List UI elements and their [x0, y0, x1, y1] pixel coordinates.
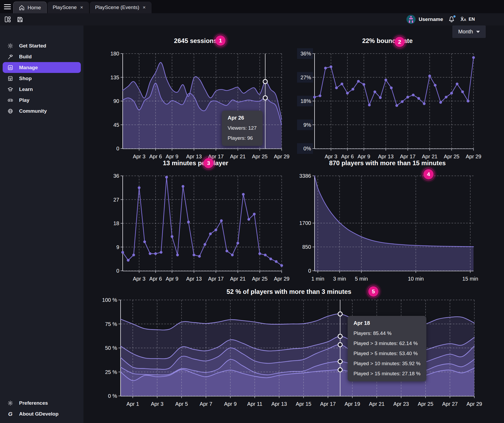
- language-label: EN: [468, 17, 475, 22]
- svg-text:Apr 13: Apr 13: [271, 401, 287, 407]
- svg-text:9%: 9%: [303, 122, 311, 128]
- svg-text:Apr 25: Apr 25: [418, 401, 433, 407]
- svg-text:0: 0: [308, 268, 311, 274]
- svg-text:50 %: 50 %: [105, 345, 117, 351]
- notifications-bell-icon[interactable]: [448, 15, 456, 23]
- panels-layout-icon[interactable]: [4, 15, 12, 23]
- svg-text:3 min: 3 min: [333, 276, 346, 282]
- save-icon[interactable]: [16, 15, 24, 23]
- sidebar-item-about[interactable]: G About GDevelop: [3, 408, 81, 419]
- globe-icon: [7, 108, 14, 114]
- svg-text:36%: 36%: [300, 51, 311, 56]
- tooltip-lines: Players: 85.44 %Played > 3 minutes: 62.1…: [353, 330, 421, 377]
- svg-text:9: 9: [116, 244, 119, 250]
- svg-text:Apr 15: Apr 15: [296, 401, 311, 407]
- svg-text:Apr 6: Apr 6: [149, 154, 162, 159]
- close-icon[interactable]: ×: [142, 5, 146, 10]
- hammer-icon: [7, 54, 14, 60]
- sidebar-item-manage[interactable]: Manage: [3, 62, 81, 73]
- svg-text:Apr 25: Apr 25: [252, 154, 268, 159]
- svg-text:Apr 11: Apr 11: [247, 401, 262, 407]
- svg-text:Apr 3: Apr 3: [151, 401, 163, 407]
- svg-text:Apr 6: Apr 6: [341, 154, 354, 159]
- language-button[interactable]: X̄A EN: [461, 17, 475, 22]
- svg-text:Apr 17: Apr 17: [400, 154, 415, 159]
- home-icon: [19, 5, 25, 11]
- svg-text:3386: 3386: [299, 173, 311, 179]
- sidebar-item-play[interactable]: Play: [3, 95, 81, 106]
- svg-text:15 min: 15 min: [462, 276, 478, 282]
- sidebar-item-get-started[interactable]: Get Started: [3, 40, 81, 51]
- sidebar-item-preferences[interactable]: Preferences: [3, 398, 81, 408]
- svg-text:0: 0: [116, 268, 119, 274]
- bounce-rate-chart-title: 22% bounce rate: [296, 37, 479, 45]
- gear-icon: [7, 400, 14, 406]
- svg-text:18%: 18%: [300, 98, 311, 104]
- tab-playscene-events[interactable]: PlayScene (Events) ×: [90, 2, 152, 13]
- sessions-chart-title: 2645 sessions: [104, 37, 287, 45]
- account-button[interactable]: Username: [406, 15, 443, 24]
- translate-icon: X̄A: [461, 17, 466, 22]
- tab-home[interactable]: Home: [13, 2, 47, 13]
- tab-playscene[interactable]: PlayScene ×: [47, 2, 89, 13]
- svg-text:Apr 9: Apr 9: [357, 154, 370, 159]
- bounce-rate-chart[interactable]: 0%9%18%27%36%Apr 3Apr 6Apr 9Apr 13Apr 17…: [296, 51, 479, 162]
- tooltip-lines: Viewers: 127Players: 96: [228, 125, 257, 141]
- svg-text:Apr 27: Apr 27: [442, 401, 458, 407]
- svg-text:Apr 1: Apr 1: [126, 401, 139, 407]
- svg-text:18: 18: [113, 220, 119, 226]
- step-badge-4: 4: [423, 169, 434, 179]
- svg-text:1 min: 1 min: [311, 276, 324, 282]
- svg-text:Apr 29: Apr 29: [274, 276, 290, 282]
- retention-chart[interactable]: 0850170033861 min3 min5 min10 min15 min: [296, 173, 479, 285]
- svg-text:Apr 5: Apr 5: [175, 401, 188, 407]
- close-icon[interactable]: ×: [80, 5, 84, 10]
- svg-text:Apr 9: Apr 9: [224, 401, 237, 407]
- sidebar-item-community[interactable]: Community: [3, 106, 81, 116]
- svg-text:27%: 27%: [300, 75, 311, 80]
- svg-text:Apr 9: Apr 9: [166, 154, 178, 159]
- svg-text:1700: 1700: [299, 220, 311, 226]
- sun-icon: [7, 43, 14, 49]
- step-badge-2: 2: [395, 37, 405, 47]
- sidebar-item-label: Manage: [19, 65, 38, 71]
- gdevelop-logo-icon: G: [7, 411, 14, 417]
- period-dropdown[interactable]: Month: [452, 25, 486, 38]
- svg-text:Apr 17: Apr 17: [208, 276, 224, 282]
- storefront-icon: [7, 76, 14, 81]
- avatar: [406, 15, 415, 24]
- chevron-down-icon: [476, 31, 480, 33]
- svg-text:45: 45: [113, 122, 119, 128]
- sidebar-item-label: Get Started: [19, 43, 46, 49]
- svg-text:36: 36: [113, 173, 119, 179]
- minutes-per-player-chart[interactable]: 09182736Apr 3Apr 6Apr 9Apr 13Apr 17Apr 2…: [104, 173, 287, 285]
- sidebar-item-learn[interactable]: Learn: [3, 84, 81, 95]
- sidebar: Get Started Build Manage Shop: [0, 25, 83, 423]
- sidebar-item-shop[interactable]: Shop: [3, 73, 81, 84]
- sidebar-item-label: Build: [19, 54, 32, 60]
- svg-text:Apr 25: Apr 25: [444, 154, 459, 159]
- svg-text:0 %: 0 %: [108, 393, 117, 399]
- chart-tooltip: Apr 18 Players: 85.44 %Played > 3 minute…: [348, 316, 426, 381]
- svg-text:Apr 13: Apr 13: [186, 276, 202, 282]
- sidebar-item-label: About GDevelop: [19, 411, 59, 417]
- step-badge-3: 3: [204, 158, 214, 168]
- tab-bar: Home PlayScene × PlayScene (Events) ×: [0, 0, 504, 13]
- menu-icon[interactable]: [2, 0, 13, 13]
- retention-chart-title: 870 players with more than 15 minutes: [296, 159, 479, 167]
- svg-text:Apr 29: Apr 29: [274, 154, 290, 159]
- svg-text:Apr 21: Apr 21: [369, 401, 384, 407]
- svg-text:10 min: 10 min: [408, 276, 424, 282]
- svg-text:0%: 0%: [303, 146, 311, 151]
- svg-text:Apr 3: Apr 3: [133, 276, 145, 282]
- svg-text:Apr 19: Apr 19: [344, 401, 360, 407]
- step-badge-5: 5: [368, 286, 378, 296]
- svg-text:Apr 13: Apr 13: [378, 154, 394, 159]
- svg-text:180: 180: [110, 51, 119, 56]
- svg-text:Apr 7: Apr 7: [200, 401, 212, 407]
- step-badge-1: 1: [215, 36, 226, 46]
- players-percent-chart-title: 52 % of players with more than 3 minutes: [98, 288, 480, 295]
- svg-text:90: 90: [113, 98, 119, 104]
- sidebar-item-build[interactable]: Build: [3, 51, 81, 62]
- svg-text:Apr 21: Apr 21: [230, 154, 246, 159]
